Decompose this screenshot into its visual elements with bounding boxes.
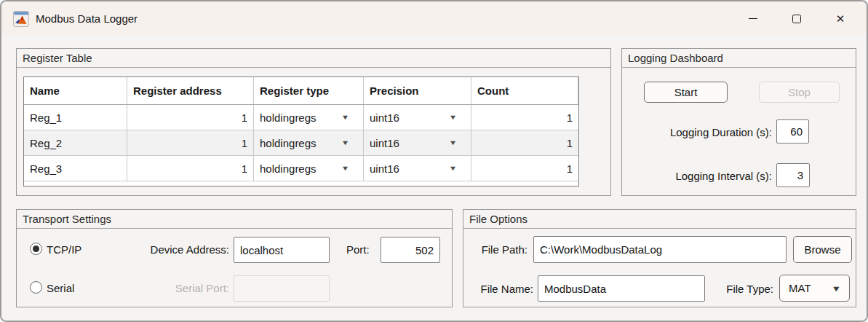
title-bar: Modbus Data Logger ✕	[1, 1, 867, 36]
close-button[interactable]: ✕	[819, 1, 862, 36]
transport-settings-panel: Transport Settings TCP/IP Device Address…	[16, 209, 453, 307]
dropdown-arrow-icon: ▼	[341, 139, 350, 146]
start-button[interactable]: Start	[644, 82, 728, 103]
file-options-panel-title: File Options	[463, 210, 856, 229]
file-type-dropdown[interactable]: MAT ▼	[779, 275, 850, 302]
close-icon: ✕	[836, 13, 845, 24]
dropdown-arrow-icon: ▼	[449, 139, 458, 146]
serial-port-field	[234, 275, 330, 302]
cell-precision-dropdown[interactable]: uint16 ▼	[364, 156, 471, 181]
file-options-panel-body: File Path: Browse File Name: File Type: …	[463, 229, 856, 307]
cell-precision-dropdown[interactable]: uint16 ▼	[364, 130, 471, 155]
file-type-label: File Type:	[719, 282, 773, 296]
device-address-label: Device Address:	[89, 243, 229, 256]
port-label: Port:	[346, 243, 370, 256]
cell-count[interactable]: 1	[471, 130, 578, 155]
cell-precision-value: uint16	[370, 111, 399, 124]
serial-radio-label: Serial	[47, 281, 74, 295]
column-header-register-type: Register type	[254, 77, 364, 104]
cell-register-type-value: holdingregs	[260, 137, 316, 149]
cell-name[interactable]: Reg_2	[24, 130, 127, 155]
logging-dashboard-panel-body: Start Stop Logging Duration (s): Logging…	[622, 68, 856, 195]
cell-count[interactable]: 1	[471, 156, 578, 181]
window-title: Modbus Data Logger	[36, 12, 138, 25]
file-path-field[interactable]	[533, 236, 787, 263]
column-header-precision: Precision	[364, 77, 471, 104]
dropdown-arrow-icon: ▼	[449, 165, 458, 172]
cell-register-type-dropdown[interactable]: holdingregs ▼	[254, 105, 364, 130]
serial-port-label: Serial Port:	[89, 281, 229, 295]
minimize-button[interactable]	[731, 1, 775, 36]
cell-precision-value: uint16	[370, 137, 399, 149]
register-table-panel: Register Table Name Register address Reg…	[16, 48, 611, 196]
file-name-label: File Name:	[469, 282, 533, 296]
cell-register-type-dropdown[interactable]: holdingregs ▼	[254, 156, 364, 181]
cell-register-type-value: holdingregs	[260, 162, 316, 175]
app-canvas: Register Table Name Register address Reg…	[1, 36, 867, 322]
tcpip-radio-button[interactable]	[30, 243, 42, 255]
cell-register-type-value: holdingregs	[260, 111, 316, 124]
register-table-panel-body: Name Register address Register type Prec…	[17, 68, 610, 195]
cell-register-address[interactable]: 1	[127, 105, 254, 130]
logging-interval-label: Logging Interval (s):	[622, 169, 772, 183]
stop-button: Stop	[759, 82, 840, 103]
cell-precision-value: uint16	[370, 162, 399, 175]
table-header-row: Name Register address Register type Prec…	[24, 77, 578, 105]
logging-duration-field[interactable]	[776, 119, 809, 144]
transport-settings-panel-body: TCP/IP Device Address: Port: Serial Seri…	[17, 229, 452, 307]
tcpip-radio-label: TCP/IP	[47, 243, 81, 256]
cell-precision-dropdown[interactable]: uint16 ▼	[364, 105, 471, 130]
device-address-field[interactable]	[234, 237, 330, 263]
port-field[interactable]	[381, 237, 440, 263]
serial-radio-button[interactable]	[30, 281, 42, 294]
window-controls: ✕	[731, 1, 862, 36]
file-type-dropdown-value: MAT	[789, 282, 811, 294]
dropdown-arrow-icon: ▼	[341, 114, 350, 121]
table-row: Reg_3 1 holdingregs ▼ uint16 ▼ 1	[24, 156, 578, 181]
maximize-icon	[792, 15, 801, 23]
table-row: Reg_2 1 holdingregs ▼ uint16 ▼ 1	[24, 130, 578, 156]
cell-name[interactable]: Reg_1	[24, 105, 127, 130]
cell-register-address[interactable]: 1	[127, 130, 254, 155]
logging-dashboard-panel-title: Logging Dashboard	[622, 49, 856, 68]
file-options-panel: File Options File Path: Browse File Name…	[463, 209, 856, 307]
minimize-icon	[749, 18, 757, 19]
dropdown-arrow-icon: ▼	[341, 165, 350, 172]
register-table-panel-title: Register Table	[17, 49, 610, 68]
register-table: Name Register address Register type Prec…	[23, 76, 579, 186]
cell-register-type-dropdown[interactable]: holdingregs ▼	[254, 130, 364, 155]
table-row: Reg_1 1 holdingregs ▼ uint16 ▼ 1	[24, 105, 578, 130]
table-empty-strip	[24, 181, 578, 186]
logging-duration-label: Logging Duration (s):	[622, 125, 772, 139]
file-name-field[interactable]	[538, 275, 705, 302]
maximize-button[interactable]	[775, 1, 819, 36]
transport-settings-panel-title: Transport Settings	[17, 210, 452, 229]
file-path-label: File Path:	[471, 243, 527, 256]
dropdown-arrow-icon: ▼	[831, 284, 841, 293]
cell-count[interactable]: 1	[471, 105, 578, 130]
browse-button[interactable]: Browse	[793, 236, 852, 263]
cell-register-address[interactable]: 1	[127, 156, 254, 181]
app-window: Modbus Data Logger ✕ Register Table Name…	[0, 0, 868, 322]
logging-dashboard-panel: Logging Dashboard Start Stop Logging Dur…	[621, 48, 856, 196]
cell-name[interactable]: Reg_3	[24, 156, 127, 181]
column-header-name: Name	[24, 77, 127, 104]
matlab-app-icon	[13, 11, 29, 27]
column-header-count: Count	[471, 77, 578, 104]
logging-interval-field[interactable]	[776, 163, 810, 187]
column-header-register-address: Register address	[127, 77, 254, 104]
dropdown-arrow-icon: ▼	[449, 114, 458, 121]
